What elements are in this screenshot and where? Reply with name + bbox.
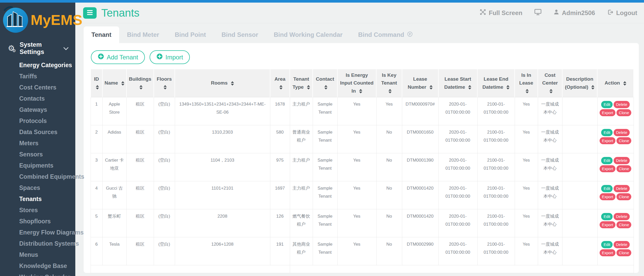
sort-icon[interactable]	[324, 85, 327, 89]
sidebar-item-contacts[interactable]: Contacts	[0, 93, 75, 104]
col-label: Description (Optional)	[565, 76, 593, 89]
sidebar-item-shopfloors[interactable]: Shopfloors	[0, 216, 75, 227]
col-label: Lease End Datetime	[482, 76, 508, 89]
sort-icon[interactable]	[121, 81, 124, 86]
cell-contact: Sample Tenant	[313, 125, 337, 153]
col-cost-center[interactable]: Cost Center	[538, 69, 562, 97]
col-is-energy-input-counted-in[interactable]: Is Energy Input Counted In	[337, 69, 376, 97]
delete-button[interactable]: Delete	[614, 101, 629, 108]
sidebar-item-gateways[interactable]: Gateways	[0, 104, 75, 115]
delete-button[interactable]: Delete	[614, 213, 629, 220]
sidebar-item-energy-flow-diagrams[interactable]: Energy Flow Diagrams	[0, 227, 75, 238]
tab-bind-command[interactable]: Bind Command	[350, 26, 420, 43]
col-lease-number[interactable]: Lease Number	[402, 69, 438, 97]
sort-icon[interactable]	[96, 85, 99, 89]
sidebar-item-tariffs[interactable]: Tariffs	[0, 71, 75, 82]
sort-icon[interactable]	[279, 85, 283, 89]
export-button[interactable]: Export	[600, 109, 615, 116]
sort-icon[interactable]	[623, 81, 626, 86]
import-button[interactable]: Import	[150, 50, 190, 64]
sidebar-item-sensors[interactable]: Sensors	[0, 149, 75, 160]
clone-button[interactable]: Clone	[616, 193, 631, 201]
edit-button[interactable]: Edit	[601, 213, 613, 220]
export-button[interactable]: Export	[600, 221, 615, 229]
table-row: 3Cartier 卡地亚租区(空白)1104，2103975主力租户Sample…	[91, 153, 634, 181]
export-button[interactable]: Export	[600, 249, 615, 257]
edit-button[interactable]: Edit	[601, 157, 613, 164]
sort-icon[interactable]	[164, 85, 167, 89]
export-button[interactable]: Export	[600, 137, 615, 144]
sidebar-item-menus[interactable]: Menus	[0, 249, 75, 260]
add-tenant-button[interactable]: Add Tenant	[91, 50, 145, 64]
collapse-menu-button[interactable]	[83, 7, 97, 19]
full-screen-button[interactable]: Full Screen	[480, 9, 522, 17]
col-area[interactable]: Area	[270, 69, 290, 97]
col-action[interactable]: Action	[597, 69, 634, 97]
brand[interactable]: MyEMS	[0, 3, 75, 35]
display-button[interactable]	[534, 9, 541, 17]
clone-button[interactable]: Clone	[616, 137, 631, 144]
clone-button[interactable]: Clone	[616, 109, 631, 116]
col-is-key-tenant[interactable]: Is Key Tenant	[376, 69, 402, 97]
cell-is-key-tenant: No	[376, 125, 402, 153]
col-tenant-type[interactable]: Tenant Type	[290, 69, 313, 97]
cell-cost-center: 一度城成本中心	[538, 97, 562, 125]
sidebar-item-spaces[interactable]: Spaces	[0, 182, 75, 194]
sidebar-item-distribution-systems[interactable]: Distribution Systems	[0, 238, 75, 249]
edit-button[interactable]: Edit	[601, 101, 613, 108]
cell-description	[562, 237, 597, 265]
sort-icon[interactable]	[526, 89, 529, 93]
col-buildings[interactable]: Buildings	[126, 69, 154, 97]
sort-icon[interactable]	[549, 89, 553, 93]
clone-button[interactable]: Clone	[616, 165, 631, 172]
tab-bind-working-calendar[interactable]: Bind Working Calendar	[266, 26, 350, 43]
sort-icon[interactable]	[430, 85, 433, 89]
export-button[interactable]: Export	[600, 165, 615, 172]
delete-button[interactable]: Delete	[614, 129, 629, 136]
sidebar-item-cost-centers[interactable]: Cost Centers	[0, 82, 75, 93]
clone-button[interactable]: Clone	[616, 221, 631, 229]
sidebar-item-data-sources[interactable]: Data Sources	[0, 127, 75, 138]
sort-icon[interactable]	[231, 81, 234, 86]
col-rooms[interactable]: Rooms	[175, 69, 270, 97]
sidebar-item-knowledge-base[interactable]: Knowledge Base	[0, 260, 75, 272]
export-button[interactable]: Export	[600, 193, 615, 201]
edit-button[interactable]: Edit	[601, 129, 613, 136]
tab-bind-sensor[interactable]: Bind Sensor	[214, 26, 266, 43]
sort-icon[interactable]	[307, 85, 310, 89]
tab-bind-point[interactable]: Bind Point	[167, 26, 214, 43]
col-description[interactable]: Description (Optional)	[562, 69, 597, 97]
sidebar-item-tenants[interactable]: Tenants	[0, 194, 75, 205]
delete-button[interactable]: Delete	[614, 157, 629, 164]
tab-tenant[interactable]: Tenant	[84, 26, 119, 43]
sidebar-section-system-settings[interactable]: System Settings	[0, 35, 75, 57]
user-menu[interactable]: Admin2506	[553, 9, 595, 17]
col-contact[interactable]: Contact	[313, 69, 337, 97]
col-lease-end-datetime[interactable]: Lease End Datetime	[477, 69, 515, 97]
sidebar-item-meters[interactable]: Meters	[0, 138, 75, 149]
sidebar-item-equipments[interactable]: Equipments	[0, 160, 75, 171]
edit-button[interactable]: Edit	[601, 185, 613, 192]
col-lease-start-datetime[interactable]: Lease Start Datetime	[438, 69, 477, 97]
sort-icon[interactable]	[139, 85, 143, 89]
clone-button[interactable]: Clone	[616, 249, 631, 257]
sort-icon[interactable]	[388, 89, 392, 93]
col-is-in-lease[interactable]: Is In Lease	[515, 69, 538, 97]
sidebar-item-working-calendar[interactable]: Working Calendar	[0, 272, 75, 276]
sidebar-item-protocols[interactable]: Protocols	[0, 115, 75, 127]
delete-button[interactable]: Delete	[614, 185, 629, 192]
sort-icon[interactable]	[506, 85, 509, 89]
logout-button[interactable]: Logout	[607, 9, 637, 17]
sort-icon[interactable]	[359, 89, 362, 93]
sidebar-item-combined-equipments[interactable]: Combined Equipments	[0, 171, 75, 182]
edit-button[interactable]: Edit	[601, 241, 613, 248]
col-floors[interactable]: Floors	[154, 69, 175, 97]
sort-icon[interactable]	[591, 85, 594, 89]
sidebar-item-stores[interactable]: Stores	[0, 205, 75, 216]
sort-icon[interactable]	[468, 85, 471, 89]
sidebar-item-energy-categories[interactable]: Energy Categories	[0, 60, 75, 71]
col-name[interactable]: Name	[102, 69, 126, 97]
delete-button[interactable]: Delete	[614, 241, 629, 248]
tab-bind-meter[interactable]: Bind Meter	[119, 26, 167, 43]
col-id[interactable]: ID	[91, 69, 102, 97]
